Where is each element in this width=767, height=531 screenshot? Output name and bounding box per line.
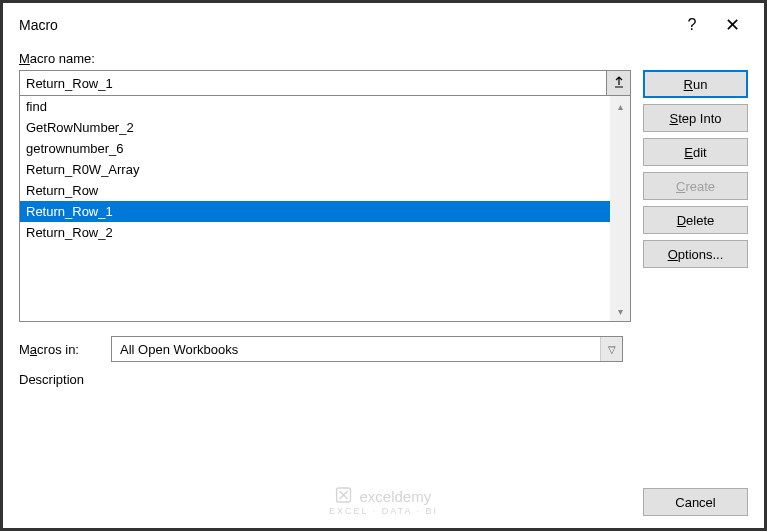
macros-in-dropdown[interactable]: All Open Workbooks ▽ xyxy=(111,336,623,362)
svg-rect-0 xyxy=(337,488,351,502)
main-row: findGetRowNumber_2getrownumber_6Return_R… xyxy=(19,70,748,387)
list-item[interactable]: Return_R0W_Array xyxy=(20,159,610,180)
cancel-button[interactable]: Cancel xyxy=(643,488,748,516)
list-item[interactable]: Return_Row_1 xyxy=(20,201,610,222)
list-item[interactable]: getrownumber_6 xyxy=(20,138,610,159)
list-item[interactable]: Return_Row_2 xyxy=(20,222,610,243)
list-item[interactable]: GetRowNumber_2 xyxy=(20,117,610,138)
dialog-content: Macro name: findGetRowNumber_2getrownumb… xyxy=(3,43,764,528)
macro-name-input[interactable] xyxy=(19,70,607,96)
macro-name-label: Macro name: xyxy=(19,51,748,66)
button-column: Run Step Into Edit Create Delete Options… xyxy=(643,70,748,387)
watermark-icon xyxy=(336,487,352,506)
create-button: Create xyxy=(643,172,748,200)
collapse-icon xyxy=(613,76,625,91)
macros-in-row: Macros in: All Open Workbooks ▽ xyxy=(19,336,631,362)
chevron-down-icon: ▽ xyxy=(600,337,622,361)
scroll-down-icon[interactable]: ▾ xyxy=(610,301,630,321)
bottom-row: Cancel xyxy=(643,488,748,516)
macro-name-input-row xyxy=(19,70,631,96)
macro-list[interactable]: findGetRowNumber_2getrownumber_6Return_R… xyxy=(20,96,610,321)
list-item[interactable]: find xyxy=(20,96,610,117)
macro-dialog: Macro ? ✕ Macro name: findGetRowNumber_2… xyxy=(0,0,767,531)
edit-button[interactable]: Edit xyxy=(643,138,748,166)
run-button[interactable]: Run xyxy=(643,70,748,98)
scrollbar[interactable]: ▴ ▾ xyxy=(610,96,630,321)
dropdown-value: All Open Workbooks xyxy=(112,342,600,357)
step-into-button[interactable]: Step Into xyxy=(643,104,748,132)
macros-in-label: Macros in: xyxy=(19,342,99,357)
left-column: findGetRowNumber_2getrownumber_6Return_R… xyxy=(19,70,631,387)
collapse-dialog-button[interactable] xyxy=(607,70,631,96)
watermark: exceldemy EXCEL · DATA · BI xyxy=(329,487,438,516)
close-button[interactable]: ✕ xyxy=(712,11,752,39)
delete-button[interactable]: Delete xyxy=(643,206,748,234)
macro-list-container: findGetRowNumber_2getrownumber_6Return_R… xyxy=(19,96,631,322)
scroll-up-icon[interactable]: ▴ xyxy=(610,96,630,116)
list-item[interactable]: Return_Row xyxy=(20,180,610,201)
dialog-title: Macro xyxy=(19,17,672,33)
titlebar: Macro ? ✕ xyxy=(3,3,764,43)
options-button[interactable]: Options... xyxy=(643,240,748,268)
help-button[interactable]: ? xyxy=(672,11,712,39)
description-label: Description xyxy=(19,372,631,387)
